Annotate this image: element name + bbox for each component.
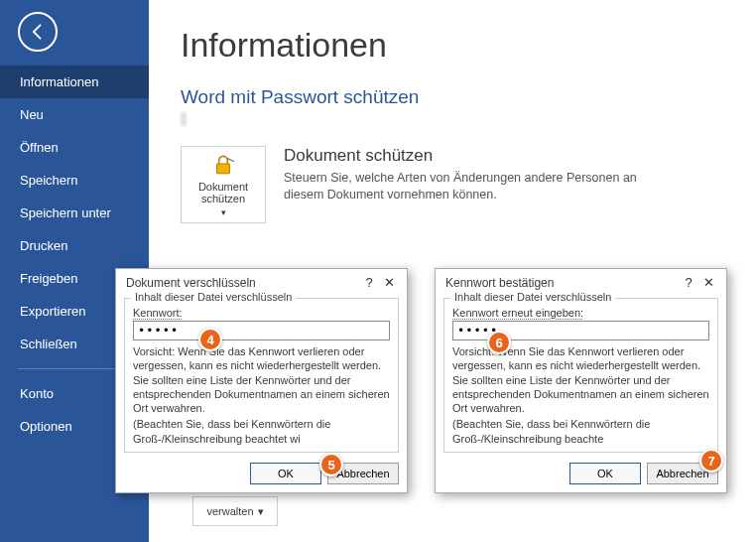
close-button[interactable]: ✕ bbox=[698, 275, 718, 290]
protect-description: Steuern Sie, welche Arten von Änderungen… bbox=[284, 170, 661, 203]
password-label: Kennwort: bbox=[133, 307, 183, 319]
nav-neu[interactable]: Neu bbox=[0, 98, 149, 131]
note-text: (Beachten Sie, dass bei Kennwörtern die … bbox=[452, 417, 709, 446]
svg-rect-0 bbox=[217, 164, 230, 174]
group-legend: Inhalt dieser Datei verschlüsseln bbox=[450, 291, 615, 303]
warning-text: Vorsicht: Wenn Sie das Kennwort verliere… bbox=[133, 344, 390, 415]
nav-oeffnen[interactable]: Öffnen bbox=[0, 131, 149, 164]
manage-button-label: verwalten bbox=[206, 505, 253, 517]
nav-drucken[interactable]: Drucken bbox=[0, 229, 149, 262]
arrow-left-icon bbox=[28, 22, 48, 42]
protect-button-label: Dokument schützen bbox=[182, 181, 265, 204]
chevron-down-icon: ▾ bbox=[258, 505, 264, 518]
dialog-title: Dokument verschlüsseln bbox=[126, 276, 359, 290]
annotation-marker-5: 5 bbox=[319, 453, 343, 476]
close-button[interactable]: ✕ bbox=[379, 275, 399, 290]
doc-path-blurred bbox=[181, 112, 478, 126]
back-button[interactable] bbox=[18, 12, 58, 52]
note-text: (Beachten Sie, dass bei Kennwörtern die … bbox=[133, 417, 390, 446]
nav-informationen[interactable]: Informationen bbox=[0, 66, 149, 98]
manage-document-button[interactable]: verwalten ▾ bbox=[192, 496, 278, 526]
protect-document-button[interactable]: Dokument schützen ▾ bbox=[181, 146, 266, 223]
confirm-password-dialog: Kennwort bestätigen ? ✕ Inhalt dieser Da… bbox=[435, 268, 727, 493]
page-title: Informationen bbox=[181, 26, 724, 65]
annotation-marker-7: 7 bbox=[699, 449, 723, 473]
encrypt-document-dialog: Dokument verschlüsseln ? ✕ Inhalt dieser… bbox=[115, 268, 408, 493]
ok-button[interactable]: OK bbox=[569, 463, 641, 484]
group-legend: Inhalt dieser Datei verschlüsseln bbox=[131, 291, 296, 303]
warning-text: Vorsicht: Wenn Sie das Kennwort verliere… bbox=[452, 344, 709, 415]
annotation-marker-6: 6 bbox=[487, 331, 511, 354]
password-confirm-label: Kennwort erneut eingeben: bbox=[452, 307, 583, 319]
annotation-marker-4: 4 bbox=[198, 328, 222, 351]
chevron-down-icon: ▾ bbox=[221, 207, 226, 217]
lock-icon bbox=[210, 152, 236, 178]
help-button[interactable]: ? bbox=[359, 275, 379, 290]
dialog-title: Kennwort bestätigen bbox=[445, 276, 679, 290]
nav-speichern-unter[interactable]: Speichern unter bbox=[0, 197, 149, 229]
doc-title-link[interactable]: Word mit Passwort schützen bbox=[181, 86, 724, 108]
help-button[interactable]: ? bbox=[679, 275, 698, 290]
protect-heading: Dokument schützen bbox=[284, 146, 661, 166]
password-input[interactable] bbox=[133, 321, 390, 340]
nav-separator bbox=[18, 368, 131, 369]
nav-speichern[interactable]: Speichern bbox=[0, 164, 149, 197]
ok-button[interactable]: OK bbox=[250, 463, 321, 484]
